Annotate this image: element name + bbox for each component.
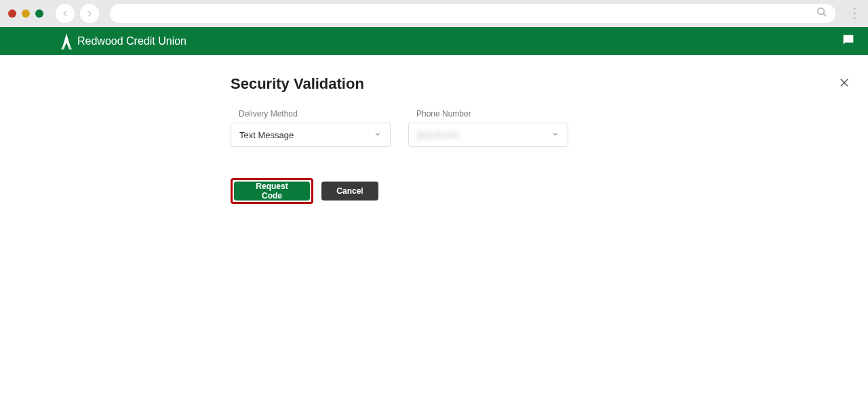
search-icon	[816, 7, 827, 20]
back-button[interactable]	[56, 4, 75, 23]
request-code-button[interactable]: Request Code	[234, 182, 310, 201]
window-maximize-icon[interactable]	[35, 9, 43, 18]
chevron-down-icon	[374, 130, 382, 140]
delivery-method-label: Delivery Method	[239, 109, 391, 119]
chevron-down-icon	[551, 130, 559, 140]
chat-icon[interactable]	[841, 33, 856, 50]
delivery-method-value: Text Message	[239, 130, 294, 140]
delivery-method-group: Delivery Method Text Message	[231, 109, 391, 147]
window-minimize-icon[interactable]	[22, 9, 30, 18]
phone-number-value: (•••) •••-••••	[417, 130, 459, 140]
window-close-icon[interactable]	[8, 9, 16, 18]
close-button[interactable]	[838, 77, 850, 91]
phone-number-select[interactable]: (•••) •••-••••	[408, 123, 568, 147]
phone-number-group: Phone Number (•••) •••-••••	[408, 109, 568, 147]
button-row: Request Code Cancel	[231, 178, 868, 204]
address-bar[interactable]	[110, 4, 835, 23]
phone-number-label: Phone Number	[416, 109, 568, 119]
svg-line-1	[823, 14, 826, 16]
cancel-button[interactable]: Cancel	[321, 182, 378, 201]
menu-button[interactable]	[849, 7, 860, 20]
svg-point-0	[818, 8, 824, 14]
app-header: Redwood Credit Union	[0, 27, 868, 55]
browser-chrome	[0, 0, 868, 27]
delivery-method-select[interactable]: Text Message	[231, 123, 391, 147]
window-controls	[8, 9, 43, 18]
form-row: Delivery Method Text Message Phone Numbe…	[231, 109, 868, 147]
highlight-annotation: Request Code	[231, 178, 313, 204]
content-area: Security Validation Delivery Method Text…	[0, 55, 868, 204]
page-title: Security Validation	[231, 75, 868, 93]
brand-name: Redwood Credit Union	[77, 35, 186, 47]
brand-logo-icon	[61, 33, 72, 49]
forward-button[interactable]	[80, 4, 99, 23]
brand: Redwood Credit Union	[61, 33, 186, 49]
